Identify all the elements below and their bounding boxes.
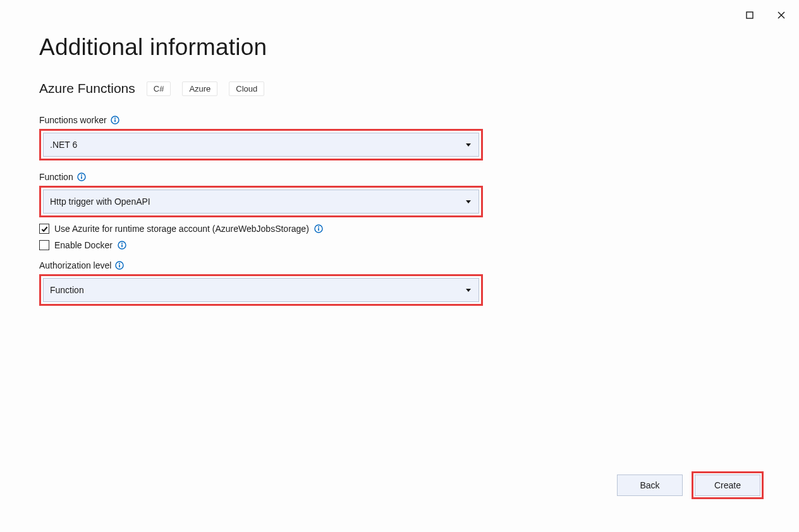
info-icon[interactable] [77,172,86,181]
function-label: Function [39,172,73,182]
authorization-level-select[interactable]: Function [43,278,479,302]
docker-checkbox-label: Enable Docker [54,240,113,250]
chevron-down-icon [466,200,471,203]
tag-azure: Azure [182,82,217,96]
chevron-down-icon [466,289,471,292]
info-icon[interactable] [115,261,124,270]
project-type: Azure Functions [39,81,135,96]
maximize-button[interactable] [741,6,759,24]
function-select[interactable]: Http trigger with OpenAPI [43,190,479,214]
create-button[interactable]: Create [695,475,760,496]
function-value: Http trigger with OpenAPI [50,196,150,207]
svg-rect-11 [318,228,319,231]
svg-point-7 [81,174,82,176]
chevron-down-icon [466,143,471,147]
tag-cloud: Cloud [229,82,264,96]
info-icon[interactable] [118,241,126,250]
svg-rect-8 [81,176,82,179]
authorization-level-value: Function [50,285,84,295]
svg-point-16 [119,263,120,264]
svg-rect-0 [747,12,753,18]
svg-point-13 [121,243,123,244]
functions-worker-label: Functions worker [39,115,107,125]
svg-rect-14 [121,245,123,247]
svg-rect-17 [119,265,121,267]
back-button[interactable]: Back [617,475,683,496]
tag-csharp: C# [147,82,171,96]
svg-rect-5 [114,119,116,122]
info-icon[interactable] [314,224,323,233]
functions-worker-select[interactable]: .NET 6 [43,133,479,157]
authorization-level-label: Authorization level [39,260,111,270]
functions-worker-value: .NET 6 [50,140,77,150]
svg-point-10 [318,226,319,227]
docker-checkbox[interactable] [39,240,49,250]
close-button[interactable] [772,6,790,24]
azurite-checkbox-label: Use Azurite for runtime storage account … [54,224,309,234]
page-title: Additional information [39,34,760,61]
svg-point-4 [114,118,116,119]
azurite-checkbox[interactable] [39,224,49,234]
info-icon[interactable] [111,116,119,124]
